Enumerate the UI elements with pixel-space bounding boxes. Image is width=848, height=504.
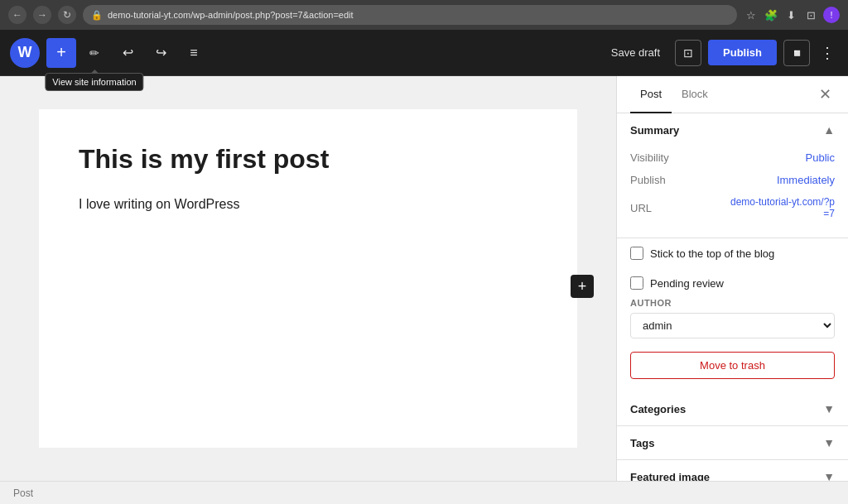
publish-label: Publish — [630, 174, 666, 186]
summary-label: Summary — [630, 124, 679, 137]
browser-chrome: ← → ↻ 🔒 demo-tutorial-yt.com/wp-admin/po… — [0, 0, 848, 30]
wp-editor: W + ✏ View site information ↩ ↪ ≡ Save d… — [0, 30, 848, 504]
pending-review-label: Pending review — [650, 277, 724, 290]
summary-header[interactable]: Summary ▲ — [617, 113, 848, 146]
forward-button[interactable]: → — [33, 6, 51, 24]
settings-toggle-button[interactable]: ◽ — [783, 40, 810, 66]
summary-chevron-icon: ▲ — [823, 123, 835, 137]
visibility-row: Visibility Public — [630, 146, 835, 169]
post-body[interactable]: I love writing on WordPress — [79, 194, 537, 215]
toolbar-right: Save draft ⊡ Publish ◽ ⋮ — [603, 40, 838, 66]
move-to-trash-button[interactable]: Move to trash — [630, 352, 835, 379]
wp-toolbar: W + ✏ View site information ↩ ↪ ≡ Save d… — [0, 30, 848, 76]
url-label: URL — [630, 202, 652, 214]
author-section: AUTHOR admin — [617, 298, 848, 352]
inline-add-block-button[interactable]: + — [571, 275, 594, 298]
publish-row: Publish Immediately — [630, 169, 835, 191]
categories-chevron-icon: ▼ — [823, 402, 835, 415]
tags-header[interactable]: Tags ▼ — [617, 426, 848, 459]
undo-button[interactable]: ↩ — [113, 38, 142, 68]
stick-to-top-checkbox[interactable] — [630, 247, 643, 260]
download-icon[interactable]: ⬇ — [783, 7, 798, 22]
preview-button[interactable]: ⊡ — [675, 40, 701, 66]
post-title[interactable]: This is my first post — [79, 142, 537, 177]
profile-split-icon[interactable]: ⊡ — [803, 7, 818, 22]
status-bar: Post — [0, 481, 848, 504]
add-block-button[interactable]: + — [46, 38, 76, 68]
publish-button[interactable]: Publish — [708, 40, 777, 65]
publish-value[interactable]: Immediately — [777, 174, 835, 186]
pending-review-row: Pending review — [617, 268, 848, 298]
browser-icons: ☆ 🧩 ⬇ ⊡ ! — [744, 7, 840, 23]
sidebar-close-button[interactable]: ✕ — [816, 82, 835, 107]
url-text: demo-tutorial-yt.com/wp-admin/post.php?p… — [108, 10, 354, 20]
tags-label: Tags — [630, 437, 654, 449]
tags-chevron-icon: ▼ — [823, 436, 835, 449]
pencil-icon: ✏ — [89, 46, 99, 60]
list-icon: ≡ — [190, 46, 197, 60]
featured-image-header[interactable]: Featured image ▼ — [617, 460, 848, 481]
wp-logo[interactable]: W — [10, 38, 40, 68]
featured-image-chevron-icon: ▼ — [823, 470, 835, 481]
tools-button[interactable]: ✏ View site information — [80, 38, 109, 68]
redo-button[interactable]: ↪ — [146, 38, 176, 68]
categories-label: Categories — [630, 403, 686, 415]
sidebar-icon: ◽ — [790, 46, 804, 60]
stick-to-top-row: Stick to the top of the blog — [617, 238, 848, 268]
profile-icon[interactable]: ! — [823, 7, 840, 23]
featured-image-section: Featured image ▼ — [617, 460, 848, 481]
back-button[interactable]: ← — [8, 6, 26, 24]
summary-body: Visibility Public Publish Immediately UR… — [617, 146, 848, 238]
lock-icon: 🔒 — [91, 10, 103, 21]
wp-main: This is my first post I love writing on … — [0, 76, 848, 481]
address-bar[interactable]: 🔒 demo-tutorial-yt.com/wp-admin/post.php… — [83, 5, 737, 25]
categories-header[interactable]: Categories ▼ — [617, 392, 848, 425]
tab-block[interactable]: Block — [672, 76, 718, 113]
author-label: AUTHOR — [630, 298, 835, 308]
url-row: URL demo-tutorial-yt.com/?p=7 — [630, 191, 835, 224]
save-draft-button[interactable]: Save draft — [603, 41, 668, 64]
details-button[interactable]: ≡ — [179, 38, 209, 68]
author-select[interactable]: admin — [630, 313, 835, 338]
categories-section: Categories ▼ — [617, 392, 848, 426]
status-text: Post — [13, 487, 33, 499]
redo-icon: ↪ — [156, 45, 166, 60]
featured-image-label: Featured image — [630, 471, 710, 482]
sidebar: Post Block ✕ Summary ▲ Visibility Public — [616, 76, 848, 481]
bookmark-star-icon[interactable]: ☆ — [744, 7, 759, 22]
undo-icon: ↩ — [123, 45, 133, 60]
reload-button[interactable]: ↻ — [58, 6, 76, 24]
extensions-icon[interactable]: 🧩 — [764, 7, 778, 22]
summary-section: Summary ▲ Visibility Public Publish Imme… — [617, 113, 848, 238]
sidebar-tabs: Post Block ✕ — [617, 76, 848, 113]
pending-review-checkbox[interactable] — [630, 276, 643, 290]
editor-content: This is my first post I love writing on … — [39, 109, 577, 448]
more-options-button[interactable]: ⋮ — [817, 41, 838, 65]
stick-to-top-label: Stick to the top of the blog — [650, 247, 774, 260]
url-value[interactable]: demo-tutorial-yt.com/?p=7 — [727, 196, 835, 219]
view-icon: ⊡ — [683, 46, 693, 60]
visibility-value[interactable]: Public — [806, 151, 835, 164]
tab-post[interactable]: Post — [630, 76, 672, 113]
tags-section: Tags ▼ — [617, 426, 848, 460]
visibility-label: Visibility — [630, 151, 669, 164]
editor-area[interactable]: This is my first post I love writing on … — [0, 76, 616, 481]
